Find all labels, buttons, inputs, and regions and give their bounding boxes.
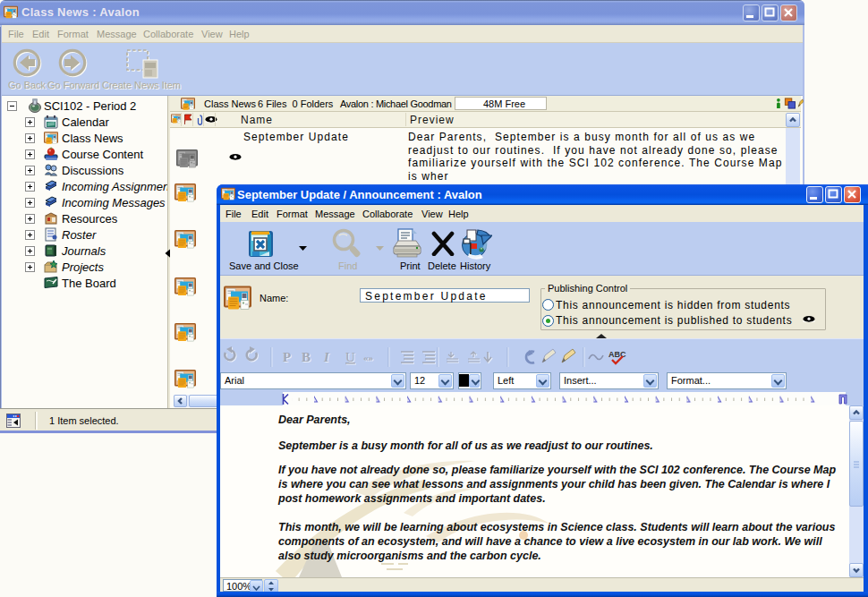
svg-text:ABC: ABC (608, 350, 626, 359)
